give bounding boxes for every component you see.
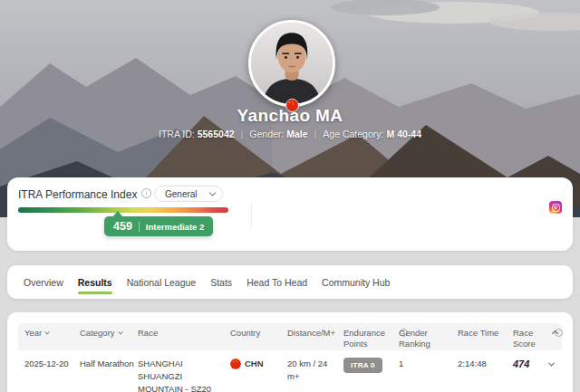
gender-label: Gender:	[249, 129, 284, 139]
result-race-score: 474	[513, 358, 549, 392]
results-table-card: Year Category Race Country Distance/M+ E…	[7, 312, 573, 392]
performance-score-value: 459	[113, 220, 132, 233]
column-header-category[interactable]: Category	[80, 328, 138, 350]
result-race-time: 2:14:48	[458, 358, 513, 392]
column-header-race: Race	[138, 328, 230, 350]
sort-chevron-down-icon	[118, 330, 123, 335]
table-collapse-control[interactable]	[549, 328, 566, 350]
row-expand-control[interactable]	[549, 358, 562, 392]
column-header-gender-ranking: Gender Ranking	[399, 328, 458, 350]
performance-filter-dropdown[interactable]: General	[154, 186, 223, 202]
result-gender-ranking: 1	[399, 358, 458, 392]
tab-overview[interactable]: Overview	[24, 265, 63, 299]
instagram-icon[interactable]	[549, 201, 562, 214]
tab-results[interactable]: Results	[78, 265, 112, 299]
endurance-points-badge: ITRA 0	[343, 358, 382, 373]
column-header-year[interactable]: Year	[24, 328, 80, 350]
badge-divider	[139, 222, 140, 232]
results-table-header: Year Category Race Country Distance/M+ E…	[18, 323, 562, 350]
tab-head-to-head[interactable]: Head To Head	[246, 265, 307, 299]
card-divider	[251, 203, 252, 227]
gender-value: Male	[286, 129, 307, 139]
column-header-endurance-points: Endurance Points i	[343, 328, 399, 350]
itra-id-value: 5565042	[198, 129, 235, 139]
result-category: Half Marathon	[80, 358, 138, 392]
column-header-country: Country	[230, 328, 287, 350]
meta-separator: |	[314, 129, 317, 139]
performance-index-card: ITRA Performance Index i General 459 Int…	[7, 177, 573, 251]
chevron-up-icon	[552, 330, 558, 337]
result-country-cell: CHN	[230, 358, 287, 392]
chevron-down-icon	[209, 189, 216, 196]
itra-id-label: ITRA ID:	[159, 129, 195, 139]
result-distance: 20 km / 24 m+	[287, 358, 343, 392]
result-row[interactable]: 2025-12-20 Half Marathon SHANGHAI SHUANG…	[18, 350, 562, 392]
performance-level-label: Intermediate 2	[146, 222, 204, 232]
profile-tabs: Overview Results National League Stats H…	[7, 265, 573, 299]
tab-national-league[interactable]: National League	[127, 265, 196, 299]
result-race-cell: SHANGHAI SHUANGZI MOUNTAIN - SZ20 NATION…	[138, 358, 230, 392]
country-code: CHN	[245, 359, 264, 368]
performance-filter-selected: General	[165, 189, 210, 199]
column-header-distance: Distance/M+	[287, 328, 343, 350]
meta-separator: |	[241, 129, 244, 139]
tab-stats[interactable]: Stats	[210, 265, 232, 299]
athlete-name: Yanchao MA	[0, 106, 580, 126]
sort-chevron-down-icon	[44, 330, 50, 335]
itra-athlete-profile-page: Yanchao MA ITRA ID:5565042|Gender:Male|A…	[0, 0, 580, 392]
age-category-label: Age Category:	[323, 129, 383, 139]
result-endurance-cell: ITRA 0	[343, 358, 399, 392]
result-date: 2025-12-20	[24, 358, 80, 392]
athlete-avatar	[248, 20, 335, 107]
athlete-meta-line: ITRA ID:5565042|Gender:Male|Age Category…	[0, 129, 580, 139]
age-category-value: M 40-44	[386, 129, 421, 139]
performance-gradient-bar	[18, 207, 228, 213]
column-header-race-score: Race Score i	[513, 328, 549, 350]
china-flag-icon	[230, 359, 241, 369]
column-header-race-time: Race Time	[458, 328, 513, 350]
performance-score-badge: 459 Intermediate 2	[104, 216, 213, 236]
performance-index-title: ITRA Performance Index	[18, 188, 137, 201]
race-name-link[interactable]: SHANGHAI SHUANGZI MOUNTAIN - SZ20	[138, 358, 225, 392]
tab-community-hub[interactable]: Community Hub	[322, 265, 390, 299]
performance-info-icon[interactable]: i	[141, 188, 151, 198]
chevron-down-icon	[548, 360, 555, 367]
